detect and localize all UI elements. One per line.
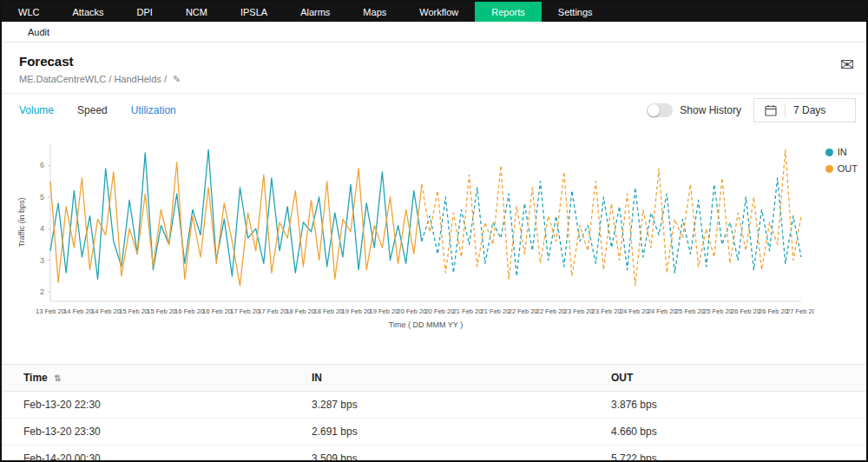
toggle-knob xyxy=(648,104,660,116)
svg-text:19 Feb 20: 19 Feb 20 xyxy=(342,307,372,315)
nav-item-ncm[interactable]: NCM xyxy=(169,2,224,22)
svg-text:3: 3 xyxy=(40,256,44,265)
app-window: WLCAttacksDPINCMIPSLAAlarmsMapsWorkflowR… xyxy=(0,0,868,462)
table-cell: 3.509 bps xyxy=(303,446,602,462)
divider xyxy=(785,103,786,117)
svg-text:18 Feb 20: 18 Feb 20 xyxy=(286,307,315,315)
svg-text:22 Feb 20: 22 Feb 20 xyxy=(509,307,538,315)
svg-text:22 Feb 20: 22 Feb 20 xyxy=(536,307,566,315)
forecast-chart: 2345613 Feb 2014 Feb 2014 Feb 2015 Feb 2… xyxy=(2,126,866,364)
nav-item-dpi[interactable]: DPI xyxy=(121,2,169,22)
subnav-item-audit[interactable]: Audit xyxy=(28,27,49,37)
nav-item-reports[interactable]: Reports xyxy=(475,2,542,22)
legend-dot xyxy=(825,165,833,173)
table-cell: 3.287 bps xyxy=(303,392,602,419)
svg-text:21 Feb 20: 21 Feb 20 xyxy=(453,307,483,315)
table-cell: 3.876 bps xyxy=(602,392,866,419)
svg-text:6: 6 xyxy=(40,161,44,169)
svg-text:17 Feb 20: 17 Feb 20 xyxy=(258,307,287,315)
show-history-toggle[interactable] xyxy=(647,103,673,117)
svg-text:24 Feb 20: 24 Feb 20 xyxy=(620,307,649,315)
column-header-out[interactable]: OUT xyxy=(602,365,866,392)
svg-text:24 Feb 20: 24 Feb 20 xyxy=(648,307,677,315)
table-cell: Feb-13-20 23:30 xyxy=(2,419,303,446)
chart-controls: Show History 7 Days xyxy=(647,98,856,122)
time-range-label: 7 Days xyxy=(793,104,825,116)
edit-pencil-icon[interactable]: ✎ xyxy=(173,74,181,84)
nav-item-workflow[interactable]: Workflow xyxy=(403,2,475,22)
svg-text:4: 4 xyxy=(40,224,44,233)
svg-text:26 Feb 20: 26 Feb 20 xyxy=(731,307,760,315)
svg-text:17 Feb 20: 17 Feb 20 xyxy=(230,307,260,315)
table-cell: 4.660 bps xyxy=(602,419,866,446)
column-header-in[interactable]: IN xyxy=(303,365,602,392)
column-label: Time xyxy=(23,372,48,384)
legend-label: IN xyxy=(838,147,847,157)
nav-item-attacks[interactable]: Attacks xyxy=(56,2,120,22)
email-report-icon[interactable]: ✉ xyxy=(840,56,854,73)
svg-text:14 Feb 20: 14 Feb 20 xyxy=(91,307,121,315)
table-cell: 2.691 bps xyxy=(303,419,602,446)
tab-speed[interactable]: Speed xyxy=(77,104,108,116)
table-cell: 5.722 bps xyxy=(602,446,866,462)
breadcrumb: ME.DataCentreWLC / HandHelds / ✎ xyxy=(19,74,849,85)
nav-item-alarms[interactable]: Alarms xyxy=(284,2,346,22)
svg-text:25 Feb 20: 25 Feb 20 xyxy=(703,307,733,315)
page-header: Forecast ME.DataCentreWLC / HandHelds / … xyxy=(2,43,866,94)
chart-legend: INOUT xyxy=(825,147,858,174)
breadcrumb-text: ME.DataCentreWLC / HandHelds / xyxy=(19,74,167,84)
sub-navigation: Audit xyxy=(2,22,866,43)
table-header-row: Time ⇅ IN OUT xyxy=(2,365,866,392)
svg-text:26 Feb 20: 26 Feb 20 xyxy=(759,307,788,315)
svg-text:Time ( DD MMM YY ): Time ( DD MMM YY ) xyxy=(389,320,463,329)
svg-text:5: 5 xyxy=(40,193,44,201)
svg-text:25 Feb 20: 25 Feb 20 xyxy=(675,307,705,315)
calendar-icon xyxy=(765,104,777,116)
forecast-table: Time ⇅ IN OUT Feb-13-20 22:303.287 bps3.… xyxy=(2,364,866,462)
svg-text:16 Feb 20: 16 Feb 20 xyxy=(202,307,232,315)
svg-text:Traffic (in bps): Traffic (in bps) xyxy=(17,197,26,247)
show-history-label: Show History xyxy=(680,104,741,116)
svg-text:23 Feb 20: 23 Feb 20 xyxy=(564,307,594,315)
svg-text:27 Feb 20: 27 Feb 20 xyxy=(786,307,814,315)
page-title: Forecast xyxy=(19,54,849,69)
table-cell: Feb-13-20 22:30 xyxy=(2,392,303,419)
svg-text:21 Feb 20: 21 Feb 20 xyxy=(481,307,510,315)
chart-canvas[interactable]: 2345613 Feb 2014 Feb 2014 Feb 2015 Feb 2… xyxy=(16,136,814,340)
tab-volume[interactable]: Volume xyxy=(19,104,54,116)
sort-icon[interactable]: ⇅ xyxy=(54,373,61,383)
nav-item-ipsla[interactable]: IPSLA xyxy=(224,2,284,22)
nav-item-settings[interactable]: Settings xyxy=(542,2,609,22)
legend-item-out[interactable]: OUT xyxy=(825,163,858,174)
time-range-dropdown[interactable]: 7 Days xyxy=(753,98,856,122)
svg-text:16 Feb 20: 16 Feb 20 xyxy=(174,307,204,315)
table-row: Feb-14-20 00:303.509 bps5.722 bps xyxy=(2,446,866,462)
svg-text:14 Feb 20: 14 Feb 20 xyxy=(63,307,93,315)
svg-text:2: 2 xyxy=(40,287,44,296)
svg-text:19 Feb 20: 19 Feb 20 xyxy=(370,307,399,315)
table-row: Feb-13-20 23:302.691 bps4.660 bps xyxy=(2,419,866,446)
svg-text:13 Feb 20: 13 Feb 20 xyxy=(36,307,65,315)
table-row: Feb-13-20 22:303.287 bps3.876 bps xyxy=(2,392,866,419)
svg-text:20 Feb 20: 20 Feb 20 xyxy=(425,307,455,315)
svg-text:23 Feb 20: 23 Feb 20 xyxy=(592,307,621,315)
svg-text:15 Feb 20: 15 Feb 20 xyxy=(147,307,176,315)
tab-utilization[interactable]: Utilization xyxy=(131,104,176,116)
table-cell: Feb-14-20 00:30 xyxy=(2,446,303,462)
nav-item-maps[interactable]: Maps xyxy=(346,2,403,22)
column-header-time[interactable]: Time ⇅ xyxy=(2,365,303,392)
top-navigation: WLCAttacksDPINCMIPSLAAlarmsMapsWorkflowR… xyxy=(2,2,866,22)
svg-text:20 Feb 20: 20 Feb 20 xyxy=(398,307,427,315)
nav-item-wlc[interactable]: WLC xyxy=(2,2,56,22)
svg-text:15 Feb 20: 15 Feb 20 xyxy=(119,307,148,315)
legend-label: OUT xyxy=(838,163,858,174)
legend-item-in[interactable]: IN xyxy=(825,147,858,157)
tabs-row: VolumeSpeedUtilization Show History 7 Da… xyxy=(2,94,866,126)
legend-dot xyxy=(825,148,833,156)
svg-text:18 Feb 20: 18 Feb 20 xyxy=(313,307,343,315)
